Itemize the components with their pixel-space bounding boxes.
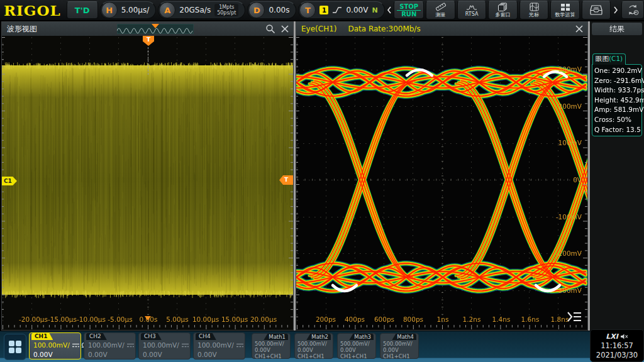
delay-knob[interactable]: D: [248, 2, 265, 18]
math2-tab[interactable]: Math2: [306, 334, 331, 340]
zoom-search-icon[interactable]: [265, 24, 275, 34]
waveform-plot-area[interactable]: T C1 T -20.00µs -15.00µs -10.00µs -5.00µ…: [2, 36, 293, 330]
storage-button[interactable]: [582, 1, 611, 19]
eye-results-tab[interactable]: 眼图(C1): [592, 53, 626, 65]
ch1-offset: 0.00V: [33, 351, 53, 358]
math-card-math4[interactable]: Math4 500.00mV/ 0.00V CH1+CH1: [380, 333, 419, 359]
math1-expression: CH1+CH1: [255, 353, 282, 359]
chevron-left-icon: [387, 6, 392, 14]
trigger-status-button[interactable]: T'D: [67, 1, 98, 19]
trigger-position-line: [148, 47, 148, 75]
eye-title: Eye(CH1): [301, 25, 336, 33]
eye-y-tick: 300mV: [558, 65, 582, 73]
refresh-arrows-icon: [626, 4, 640, 16]
results-sidebar: 结果 眼图(C1) One: 290.2mV Zero: -291.6mV Wi…: [590, 21, 644, 331]
math1-offset: 0.00V: [255, 347, 270, 353]
math-card-math3[interactable]: Math3 500.00mV/ 0.00V CH1+CH1: [337, 333, 376, 359]
eye-plot-area[interactable]: 300mV 200mV 100mV 0V -100mV -200mV -300m…: [296, 36, 587, 330]
result-width: Width: 933.7ps: [594, 85, 640, 96]
math3-tab[interactable]: Math3: [349, 334, 374, 340]
result-amp: Amp: 581.9mV: [594, 105, 640, 115]
waveform-view-title: 波形视图: [7, 24, 37, 35]
rigol-logo: RIGOL: [4, 2, 61, 19]
grid-layout-icon: [8, 339, 23, 354]
measure-button[interactable]: 测量: [426, 1, 455, 19]
status-date: 2021/03/30: [596, 351, 638, 359]
eye-menu-icon[interactable]: [566, 310, 582, 324]
math-button[interactable]: 数学运算: [550, 1, 579, 19]
run-stop-button[interactable]: STOP RUN: [394, 1, 424, 19]
memory-depth-value: 1Mpts: [217, 4, 236, 10]
waveform-canvas[interactable]: [2, 36, 293, 330]
delay-control[interactable]: D 0.00s: [247, 1, 296, 19]
ch4-tab[interactable]: CH4: [196, 333, 216, 340]
results-header: 结果: [592, 23, 642, 35]
trigger-control[interactable]: T 1 0.00V N: [298, 1, 384, 19]
lxi-label: LXI: [606, 332, 618, 341]
delay-value: 0.00s: [269, 6, 289, 14]
result-zero: Zero: -291.6mV: [594, 76, 640, 86]
horizontal-scale-control[interactable]: H 5.00µs/: [100, 1, 157, 19]
waveform-overview-strip[interactable]: [117, 24, 194, 34]
run-label: RUN: [401, 11, 416, 18]
eye-close-icon[interactable]: [574, 24, 584, 34]
math4-expression: CH1+CH1: [383, 353, 410, 359]
math1-tab[interactable]: Math1: [264, 334, 288, 340]
utility-button[interactable]: [621, 1, 644, 19]
channel-card-ch2[interactable]: CH2 100.00mV/ 0.00V: [84, 332, 136, 359]
rtsa-button[interactable]: RTSA: [457, 1, 486, 19]
rising-edge-icon: [332, 6, 342, 14]
channel-card-ch4[interactable]: CH4 100.00mV/ 0.00V: [193, 332, 245, 359]
eye-header: Eye(CH1) Data Rate:300Mb/s: [296, 22, 587, 36]
eye-y-tick: -100mV: [556, 213, 582, 221]
ch2-offset: 0.00V: [88, 351, 108, 358]
waveform-view-header: 波形视图: [2, 22, 293, 36]
channel-card-ch3[interactable]: CH3 100.00mV/ 0.00V: [138, 332, 191, 359]
ch2-tab[interactable]: CH2: [86, 333, 107, 340]
eye-results-box: One: 290.2mV Zero: -291.6mV Width: 933.7…: [592, 64, 642, 136]
speaker-muted-icon[interactable]: [620, 333, 628, 340]
eye-data-rate: Data Rate:300Mb/s: [348, 25, 420, 33]
trigger-knob[interactable]: T: [299, 2, 316, 18]
cursor-label: 光标: [529, 12, 539, 18]
ch3-tab[interactable]: CH3: [141, 333, 162, 340]
math-card-math2[interactable]: Math2 500.00mV/ 0.00V CH1+CH1: [294, 333, 333, 359]
rtsa-label: RTSA: [465, 11, 479, 17]
math-card-math1[interactable]: Math1 500.00mV/ 0.00V CH1+CH1: [252, 333, 291, 359]
math-grid-icon: [560, 3, 570, 11]
toolbar-scroll-right[interactable]: [613, 6, 618, 14]
math4-tab[interactable]: Math4: [392, 334, 416, 340]
dc-coupling-icon: [236, 343, 244, 348]
math4-offset: 0.00V: [383, 347, 399, 353]
math3-offset: 0.00V: [340, 347, 356, 353]
math3-scale: 500.00mV/: [340, 341, 370, 347]
cursor-button[interactable]: 光标: [519, 1, 548, 19]
eye-y-tick: -300mV: [556, 287, 582, 294]
acquire-control[interactable]: A 20GSa/s 1Mpts 50ps/pt: [158, 1, 245, 19]
sample-resolution-value: 50ps/pt: [217, 10, 236, 16]
channel-card-ch1[interactable]: CH1 100.00mV/ Ω 0.00V: [29, 332, 81, 359]
waveform-view-panel: 波形视图 T C1 T -20.00µs -15.00µs -10.00µ: [1, 21, 294, 331]
status-clock-box: LXI 11:16:57 2021/03/30: [590, 329, 644, 362]
math1-scale: 500.00mV/: [255, 341, 284, 347]
multiwindow-button[interactable]: 多窗口: [488, 1, 517, 19]
ch1-tab[interactable]: CH1: [31, 333, 53, 340]
toolbar-scroll-left[interactable]: [387, 6, 392, 14]
window-layout-button[interactable]: [4, 334, 26, 360]
ch4-scale: 100.00mV/: [197, 341, 234, 349]
wf-x-tick: 20.00µs: [243, 315, 284, 323]
eye-y-tick: -200mV: [556, 250, 582, 257]
eye-canvas[interactable]: [296, 36, 587, 330]
dc-coupling-icon: [72, 343, 80, 348]
multiwindow-label: 多窗口: [496, 12, 511, 18]
multi-window-icon: [498, 3, 508, 11]
waveform-close-icon[interactable]: [280, 24, 290, 34]
ch3-offset: 0.00V: [143, 351, 162, 358]
top-toolbar: RIGOL T'D H 5.00µs/ A 20GSa/s 1Mpts 50ps…: [0, 0, 644, 20]
trigger-mode-label: N: [372, 6, 377, 14]
result-height: Height: 452.9mV: [594, 96, 640, 106]
trigger-source-badge: 1: [319, 6, 328, 14]
horizontal-knob[interactable]: H: [101, 2, 118, 18]
acquire-knob[interactable]: A: [159, 2, 175, 18]
trigger-status-label: T'D: [75, 6, 90, 15]
